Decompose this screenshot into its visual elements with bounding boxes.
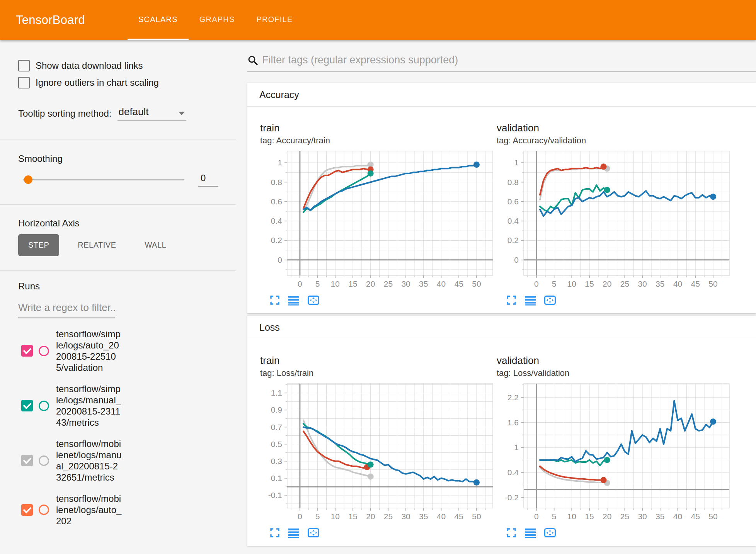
svg-text:10: 10 bbox=[331, 512, 340, 521]
expand-chart-icon[interactable] bbox=[506, 527, 517, 538]
svg-text:20: 20 bbox=[603, 279, 611, 288]
run-item[interactable]: tensorflow/mobilenet/logs/auto_202 bbox=[18, 493, 218, 527]
run-radio[interactable] bbox=[39, 455, 49, 466]
axis-wall-button[interactable]: WALL bbox=[135, 234, 176, 256]
svg-text:40: 40 bbox=[673, 279, 682, 288]
expand-chart-icon[interactable] bbox=[506, 295, 517, 306]
axis-relative-button[interactable]: RELATIVE bbox=[68, 234, 126, 256]
run-radio[interactable] bbox=[39, 401, 49, 411]
dashboard-main: Accuracy train tag: Accuracy/train 05101… bbox=[236, 40, 756, 554]
svg-text:0.9: 0.9 bbox=[271, 405, 282, 414]
tab-profile[interactable]: PROFILE bbox=[245, 0, 303, 40]
tag-filter-row[interactable] bbox=[247, 54, 756, 71]
run-item[interactable]: tensorflow/simple/logs/manual_20200815-2… bbox=[18, 383, 218, 428]
run-name: tensorflow/mobilenet/logs/manual_2020081… bbox=[56, 438, 123, 483]
run-checkbox[interactable] bbox=[21, 345, 33, 357]
svg-text:-0.1: -0.1 bbox=[268, 491, 282, 500]
run-name: tensorflow/simple/logs/auto_20200815-225… bbox=[56, 328, 123, 373]
toggle-runs-icon[interactable] bbox=[524, 295, 536, 306]
svg-text:15: 15 bbox=[348, 512, 357, 521]
main-tabs: SCALARS GRAPHS PROFILE bbox=[128, 0, 303, 40]
svg-text:1.6: 1.6 bbox=[507, 418, 519, 427]
toggle-runs-icon[interactable] bbox=[288, 295, 300, 306]
smoothing-value[interactable]: 0 bbox=[198, 173, 218, 187]
svg-text:45: 45 bbox=[691, 512, 700, 521]
accuracy-card-header[interactable]: Accuracy bbox=[247, 83, 756, 107]
tag-filter-input[interactable] bbox=[262, 54, 756, 66]
loss-card-title: Loss bbox=[259, 322, 280, 333]
chevron-down-icon bbox=[179, 112, 185, 115]
svg-text:0.2: 0.2 bbox=[271, 236, 282, 245]
loss-train-chart: train tag: Loss/train 051015202530354045… bbox=[260, 355, 497, 538]
tensorboard-app: TensorBoard SCALARS GRAPHS PROFILE Show … bbox=[0, 0, 756, 554]
accuracy-card-title: Accuracy bbox=[259, 89, 299, 100]
chart-title: train bbox=[260, 355, 497, 367]
accuracy-train-plot[interactable]: 0510152025303540455000.20.40.60.81 bbox=[260, 148, 497, 290]
svg-text:20: 20 bbox=[366, 279, 375, 288]
expand-chart-icon[interactable] bbox=[269, 295, 280, 306]
svg-text:15: 15 bbox=[348, 279, 357, 288]
loss-card-header[interactable]: Loss bbox=[247, 316, 756, 339]
run-radio[interactable] bbox=[39, 346, 49, 356]
smoothing-slider[interactable] bbox=[23, 175, 184, 184]
svg-text:25: 25 bbox=[384, 512, 393, 521]
fit-domain-icon[interactable] bbox=[544, 295, 556, 306]
accuracy-validation-plot[interactable]: 0510152025303540455000.20.40.60.81 bbox=[497, 148, 733, 290]
ignore-outliers-label: Ignore outliers in chart scaling bbox=[36, 77, 159, 88]
show-download-links-checkbox[interactable] bbox=[18, 60, 30, 71]
runs-label: Runs bbox=[18, 281, 218, 292]
show-download-links-row[interactable]: Show data download links bbox=[18, 57, 218, 74]
svg-text:45: 45 bbox=[455, 512, 463, 521]
run-radio[interactable] bbox=[39, 505, 49, 515]
fit-domain-icon[interactable] bbox=[307, 295, 320, 306]
svg-text:0: 0 bbox=[534, 512, 539, 521]
run-checkbox[interactable] bbox=[21, 455, 33, 466]
svg-text:5: 5 bbox=[315, 512, 320, 521]
run-name: tensorflow/mobilenet/logs/auto_202 bbox=[56, 493, 123, 527]
ignore-outliers-row[interactable]: Ignore outliers in chart scaling bbox=[18, 74, 218, 91]
svg-text:0: 0 bbox=[514, 255, 519, 264]
svg-text:5: 5 bbox=[552, 279, 557, 288]
svg-text:0.6: 0.6 bbox=[507, 197, 519, 206]
settings-sidebar: Show data download links Ignore outliers… bbox=[0, 40, 236, 554]
loss-validation-plot[interactable]: 05101520253035404550-0.20.411.62.2 bbox=[497, 381, 733, 523]
loss-train-plot[interactable]: 05101520253035404550-0.10.10.30.50.70.91… bbox=[260, 381, 497, 523]
slider-thumb[interactable] bbox=[24, 175, 32, 184]
horizontal-axis-label: Horizontal Axis bbox=[18, 218, 218, 229]
expand-chart-icon[interactable] bbox=[269, 527, 280, 538]
svg-text:30: 30 bbox=[638, 512, 647, 521]
svg-text:0.4: 0.4 bbox=[507, 216, 519, 225]
ignore-outliers-checkbox[interactable] bbox=[18, 77, 30, 88]
run-checkbox[interactable] bbox=[21, 400, 33, 411]
toggle-runs-icon[interactable] bbox=[288, 527, 300, 538]
run-item[interactable]: tensorflow/simple/logs/auto_20200815-225… bbox=[18, 328, 218, 373]
chart-tag: tag: Accuracy/train bbox=[260, 136, 497, 146]
loss-card: Loss train tag: Loss/train 0510152025303… bbox=[247, 316, 756, 546]
fit-domain-icon[interactable] bbox=[544, 527, 556, 538]
svg-text:1: 1 bbox=[278, 158, 282, 167]
fit-domain-icon[interactable] bbox=[307, 527, 320, 538]
svg-text:25: 25 bbox=[620, 279, 629, 288]
toggle-runs-icon[interactable] bbox=[524, 527, 536, 538]
tab-scalars[interactable]: SCALARS bbox=[128, 0, 189, 40]
svg-text:0.2: 0.2 bbox=[507, 236, 519, 245]
runs-filter-input[interactable] bbox=[18, 302, 115, 318]
accuracy-validation-chart: validation tag: Accuracy/validation 0510… bbox=[497, 122, 733, 306]
svg-text:0: 0 bbox=[534, 279, 539, 288]
tab-graphs[interactable]: GRAPHS bbox=[189, 0, 246, 40]
svg-text:0.8: 0.8 bbox=[271, 178, 282, 187]
run-item[interactable]: tensorflow/mobilenet/logs/manual_2020081… bbox=[18, 438, 218, 483]
svg-text:35: 35 bbox=[656, 279, 664, 288]
tooltip-sorting-dropdown[interactable]: default bbox=[117, 106, 186, 121]
accuracy-card: Accuracy train tag: Accuracy/train 05101… bbox=[247, 83, 756, 313]
svg-text:0.5: 0.5 bbox=[271, 440, 282, 449]
tooltip-sorting-label: Tooltip sorting method: bbox=[18, 108, 111, 121]
svg-text:40: 40 bbox=[437, 279, 446, 288]
run-checkbox[interactable] bbox=[21, 504, 33, 516]
svg-text:1: 1 bbox=[514, 158, 519, 167]
app-title: TensorBoard bbox=[0, 13, 128, 27]
search-icon bbox=[247, 55, 258, 66]
axis-step-button[interactable]: STEP bbox=[18, 234, 59, 256]
slider-track[interactable] bbox=[23, 179, 184, 180]
svg-text:1.1: 1.1 bbox=[271, 388, 282, 397]
